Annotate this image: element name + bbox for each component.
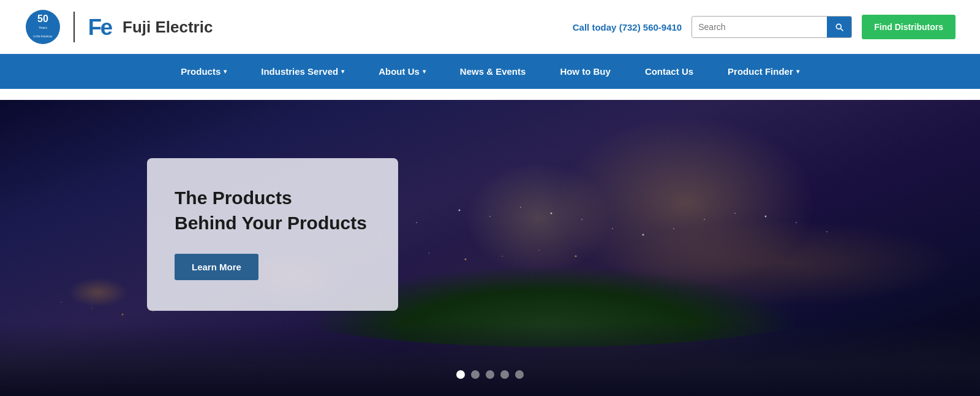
carousel-dots bbox=[456, 370, 524, 379]
nav-item-contact-us[interactable]: Contact Us bbox=[628, 54, 710, 89]
nav-item-how-to-buy[interactable]: How to Buy bbox=[543, 54, 628, 89]
carousel-dot-2[interactable] bbox=[471, 370, 480, 379]
svg-text:e: e bbox=[100, 15, 113, 39]
search-input[interactable] bbox=[692, 17, 827, 37]
hero-section: The Products Behind Your Products Learn … bbox=[0, 100, 980, 396]
nav-item-products[interactable]: Products ▾ bbox=[164, 54, 244, 89]
hero-road bbox=[0, 322, 980, 396]
svg-text:F: F bbox=[88, 15, 102, 39]
svg-text:50: 50 bbox=[37, 13, 48, 24]
nav-item-about-us[interactable]: About Us ▾ bbox=[361, 54, 443, 89]
logo-divider bbox=[74, 12, 75, 42]
carousel-dot-5[interactable] bbox=[515, 370, 524, 379]
search-wrap bbox=[692, 16, 852, 38]
nav-stripe bbox=[0, 89, 980, 100]
chevron-down-icon: ▾ bbox=[341, 68, 344, 75]
hero-card: The Products Behind Your Products Learn … bbox=[147, 158, 398, 311]
carousel-dot-4[interactable] bbox=[500, 370, 509, 379]
find-distributors-button[interactable]: Find Distributors bbox=[862, 15, 956, 39]
nav-item-industries-served[interactable]: Industries Served ▾ bbox=[244, 54, 361, 89]
nav-item-news-events[interactable]: News & Events bbox=[443, 54, 543, 89]
chevron-down-icon: ▾ bbox=[796, 68, 799, 75]
svg-text:in the Americas: in the Americas bbox=[34, 35, 53, 38]
brand-logo: F e Fuji Electric bbox=[87, 15, 213, 39]
chevron-down-icon: ▾ bbox=[423, 68, 426, 75]
brand-name: Fuji Electric bbox=[123, 18, 213, 37]
header: 50 Years in the Americas F e Fuji Electr… bbox=[0, 0, 980, 54]
main-nav: Products ▾ Industries Served ▾ About Us … bbox=[0, 54, 980, 89]
learn-more-button[interactable]: Learn More bbox=[175, 254, 258, 280]
hero-title: The Products Behind Your Products bbox=[175, 186, 371, 235]
search-button[interactable] bbox=[827, 17, 851, 37]
50-years-logo: 50 Years in the Americas bbox=[24, 9, 61, 45]
nav-list: Products ▾ Industries Served ▾ About Us … bbox=[164, 54, 816, 89]
carousel-dot-3[interactable] bbox=[486, 370, 494, 379]
chevron-down-icon: ▾ bbox=[224, 68, 227, 75]
call-today-text: Call today (732) 560-9410 bbox=[573, 22, 682, 32]
nav-item-product-finder[interactable]: Product Finder ▾ bbox=[710, 54, 816, 89]
header-right: Call today (732) 560-9410 Find Distribut… bbox=[573, 15, 956, 39]
logo-area: 50 Years in the Americas F e Fuji Electr… bbox=[24, 9, 213, 45]
search-icon bbox=[834, 22, 844, 32]
carousel-dot-1[interactable] bbox=[456, 370, 465, 379]
svg-text:Years: Years bbox=[39, 26, 47, 29]
